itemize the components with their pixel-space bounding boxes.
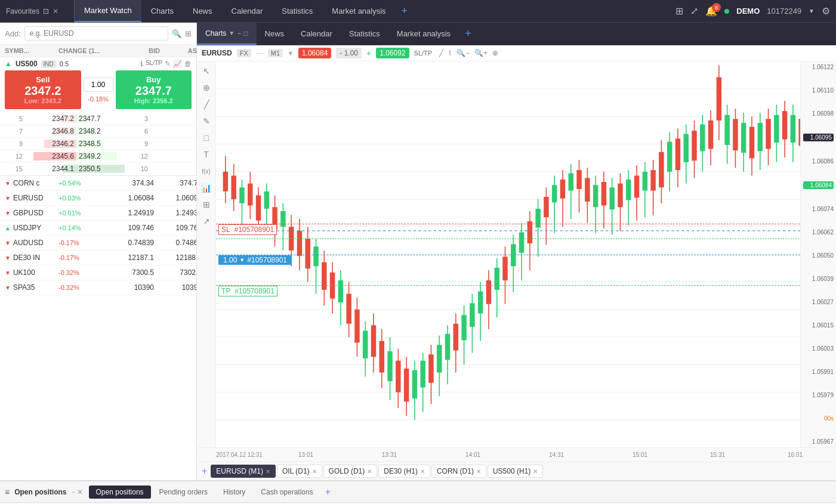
pos-line: 1.00 ▼ #105708901 xyxy=(216,255,800,255)
history-tab[interactable]: History xyxy=(216,486,252,499)
pos-dropdown[interactable]: ▼ xyxy=(239,257,245,263)
spread-arrow: + xyxy=(366,48,371,58)
chart-tab-de30-close[interactable]: ✕ xyxy=(420,468,425,475)
instrument-uk100[interactable]: ▼UK100 -0.32% 7300.5 7302.5 xyxy=(0,265,196,280)
chart-tab-oil-close[interactable]: ✕ xyxy=(312,468,317,475)
tool-shapes[interactable]: □ xyxy=(199,131,214,145)
news-tab-btn[interactable]: News xyxy=(257,23,293,45)
calendar-tab-btn[interactable]: Calendar xyxy=(292,23,341,45)
spread-row-0: 5 2347.2 2347.7 3 xyxy=(0,113,196,125)
chart-tab-corn-close[interactable]: ✕ xyxy=(476,468,481,475)
charts-tab-nav[interactable]: Charts xyxy=(141,0,183,22)
chart-crosshair-icon[interactable]: ⊕ xyxy=(492,49,498,57)
instrument-de30[interactable]: ▼DE30 IN -0.17% 12187.1 12188.0 xyxy=(0,251,196,265)
charts-dropdown-icon[interactable]: ▼ xyxy=(229,30,235,36)
us500-chart-icon[interactable]: 📈 xyxy=(173,60,182,68)
market-analysis-tab-nav[interactable]: Market analysis xyxy=(322,0,395,22)
tool-indicators[interactable]: 📊 xyxy=(199,181,214,195)
pending-orders-tab[interactable]: Pending orders xyxy=(152,486,215,499)
tool-text[interactable]: T xyxy=(199,147,214,162)
bottom-tab-add[interactable]: + xyxy=(322,487,334,497)
pos-label-tag[interactable]: 1.00 ▼ #105708901 xyxy=(218,255,292,265)
tool-crosshair[interactable]: ⊕ xyxy=(199,81,214,95)
chart-tab-eurusd-close[interactable]: ✕ xyxy=(266,468,270,475)
price-label-8: 1.06027 xyxy=(803,299,834,305)
instrument-eurusd[interactable]: ▼EURUSD +0.03% 1.06084 1.06092 xyxy=(0,191,196,206)
search-icon[interactable]: 🔍 xyxy=(172,29,181,38)
tool-share[interactable]: ↗ xyxy=(199,214,214,228)
market-analysis-tab-btn[interactable]: Market analysis xyxy=(388,23,459,45)
chart-zoom-out-icon[interactable]: 🔍− xyxy=(456,49,470,57)
sl-label-tag[interactable]: SL #105708901 xyxy=(218,224,277,235)
us500-edit-icon[interactable]: ✎ xyxy=(165,60,171,68)
tool-layers[interactable]: ⊞ xyxy=(199,197,214,212)
notifications-container[interactable]: 🔔 6 xyxy=(705,5,717,17)
chart-tab-us500[interactable]: US500 (H1) ✕ xyxy=(488,465,543,478)
chart-candle-icon[interactable]: ⌇ xyxy=(448,49,452,57)
us500-delete-icon[interactable]: 🗑 xyxy=(184,60,192,68)
cash-operations-tab[interactable]: Cash operations xyxy=(254,486,320,499)
us500-spread: 0.5 xyxy=(60,60,69,67)
nav-add-btn[interactable]: + xyxy=(459,27,477,40)
statistics-tab-btn[interactable]: Statistics xyxy=(341,23,388,45)
instrument-audusd[interactable]: ▼AUDUSD -0.17% 0.74839 0.74860 xyxy=(0,236,196,251)
favourites-tab[interactable]: Favourites ⊡ ✕ xyxy=(0,0,75,22)
grid-view-icon[interactable]: ⊞ xyxy=(185,29,192,38)
tool-pencil[interactable]: ✎ xyxy=(199,114,214,128)
chart-zoom-in-icon[interactable]: 🔍+ xyxy=(474,49,488,57)
charts-maximize-icon[interactable]: □ xyxy=(243,29,248,38)
news-tab-nav[interactable]: News xyxy=(183,0,222,22)
chart-tab-gold-close[interactable]: ✕ xyxy=(367,468,372,475)
de30-ask: 12188.0 xyxy=(154,253,196,262)
panels-icon[interactable]: ⊞ xyxy=(675,5,683,17)
chart-tab-eurusd[interactable]: EURUSD (M1) ✕ xyxy=(211,465,276,478)
account-number: 10172249 xyxy=(767,7,801,16)
chart-tab-oil[interactable]: OIL (D1) ✕ xyxy=(277,465,322,478)
chart-type-badge[interactable]: FX xyxy=(237,49,251,57)
tool-line[interactable]: ╱ xyxy=(199,97,214,112)
price-label-3: 1.06086 xyxy=(803,158,834,165)
chart-tab-de30[interactable]: DE30 (H1) ✕ xyxy=(378,465,430,478)
chart-timeframe[interactable]: M1 xyxy=(268,49,283,57)
us500-sltp-label[interactable]: SL/TP xyxy=(146,60,162,68)
gbpusd-name: GBPUSD xyxy=(13,209,44,217)
chart-line-icon[interactable]: ╱ xyxy=(439,49,443,57)
favourites-close[interactable]: ✕ xyxy=(53,7,58,16)
chart-tab-gold-label: GOLD (D1) xyxy=(329,467,365,475)
chart-tab-us500-close[interactable]: ✕ xyxy=(533,468,538,475)
sltp-button[interactable]: SL/TP xyxy=(414,50,433,57)
instrument-corn[interactable]: ▼CORN c +0.54% 374.34 374.73 xyxy=(0,176,196,191)
instrument-usdjpy[interactable]: ▲USDJPY +0.14% 109.746 109.761 xyxy=(0,221,196,236)
market-watch-tab[interactable]: Market Watch xyxy=(75,0,141,22)
chart-timeframe-dropdown[interactable]: ▼ xyxy=(288,50,294,57)
instrument-spa35[interactable]: ▼SPA35 -0.32% 10390 10399 xyxy=(0,280,196,295)
chart-tab-gold[interactable]: GOLD (D1) ✕ xyxy=(323,465,378,478)
search-input[interactable] xyxy=(24,26,168,41)
open-positions-close[interactable]: ✕ xyxy=(77,488,83,496)
add-tab-button[interactable]: + xyxy=(396,5,414,17)
charts-tab[interactable]: Charts ▼ − □ xyxy=(197,23,257,45)
time-label-0: 2017.04.12 12:31 xyxy=(216,452,263,458)
buy-label: Buy xyxy=(146,75,161,84)
buy-button[interactable]: Buy 2347.7 High: 2356.2 xyxy=(116,70,192,109)
tp-label-tag[interactable]: TP #105708901 xyxy=(218,286,277,296)
instrument-gbpusd[interactable]: ▼GBPUSD +0.01% 1.24919 1.24935 xyxy=(0,206,196,221)
fullscreen-icon[interactable]: ⤢ xyxy=(690,5,698,17)
account-dropdown-arrow[interactable]: ▼ xyxy=(809,8,815,14)
favourites-label: Favourites xyxy=(6,7,39,16)
open-positions-tab[interactable]: Open positions xyxy=(89,486,151,499)
open-positions-minimize[interactable]: − xyxy=(72,488,76,496)
us500-info-icon[interactable]: ℹ xyxy=(140,60,143,68)
sell-button[interactable]: Sell 2347.2 Low: 2343.2 xyxy=(5,70,81,109)
us500-name[interactable]: US500 xyxy=(16,60,38,68)
settings-icon[interactable]: ⚙ xyxy=(822,5,830,17)
tool-cursor[interactable]: ↖ xyxy=(199,64,214,78)
lot-input[interactable] xyxy=(84,78,113,92)
chart-tab-add[interactable]: + xyxy=(202,466,207,477)
chart-tab-corn[interactable]: CORN (D1) ✕ xyxy=(431,465,486,478)
charts-minimize-icon[interactable]: − xyxy=(237,29,241,38)
calendar-tab-nav[interactable]: Calendar xyxy=(222,0,273,22)
audusd-name: AUDUSD xyxy=(13,239,44,247)
statistics-tab-nav[interactable]: Statistics xyxy=(272,0,322,22)
tool-fib[interactable]: f(x) xyxy=(199,164,214,178)
